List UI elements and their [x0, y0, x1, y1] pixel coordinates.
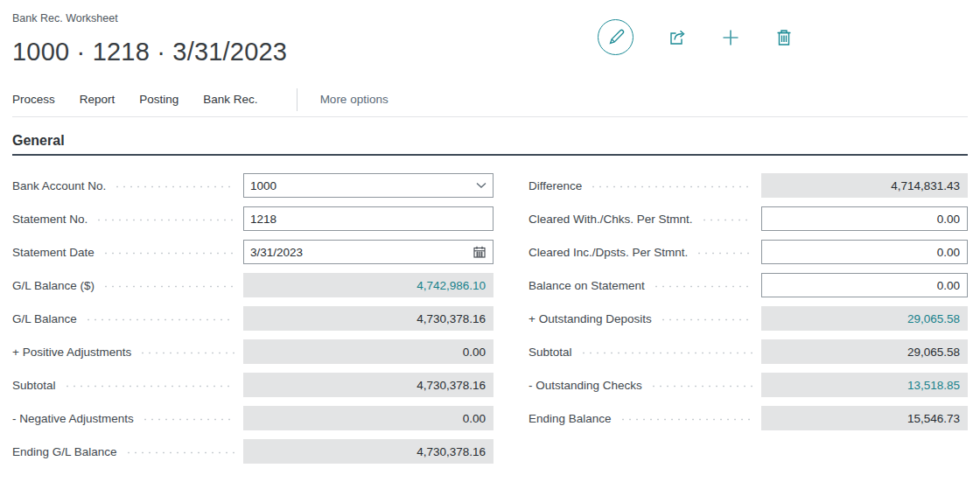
fields-left-column: Bank Account No.Statement No.Statement D…	[12, 173, 494, 472]
field-row-negative-adjustments: - Negative Adjustments0.00	[12, 406, 494, 430]
field-row-g-l-balance: G/L Balance4,730,378.16	[12, 306, 494, 331]
value-text: 4,730,378.16	[416, 379, 486, 392]
field-row-subtotal: Subtotal29,065.58	[528, 339, 968, 364]
dotted-leader	[102, 252, 234, 255]
menu-bar: Process Report Posting Bank Rec. More op…	[12, 91, 968, 117]
field-label: - Negative Adjustments	[12, 412, 134, 425]
chevron-down-icon[interactable]	[476, 182, 486, 189]
field-row-cleared-with-chks-per-stmnt: Cleared With./Chks. Per Stmnt.	[528, 206, 968, 231]
value-text: 0.00	[463, 412, 486, 425]
readonly-field: 4,714,831.43	[761, 173, 968, 198]
field-row-ending-balance: Ending Balance15,546.73	[528, 406, 968, 430]
fields-right-column: Difference4,714,831.43Cleared With./Chks…	[528, 173, 968, 472]
value-link-text[interactable]: 29,065.58	[907, 312, 960, 325]
field-label: + Positive Adjustments	[12, 346, 131, 359]
readonly-field: 15,546.73	[761, 406, 968, 430]
bank-rec-worksheet-page: Bank Rec. Worksheet 1000 · 1218 · 3/31/2…	[0, 12, 980, 496]
value-text: 4,730,378.16	[416, 312, 486, 325]
plus-icon	[721, 28, 740, 47]
dotted-leader	[102, 285, 234, 288]
input-bank-account-no[interactable]	[250, 179, 471, 192]
readonly-field: 0.00	[243, 406, 494, 430]
field-row-statement-no: Statement No.	[12, 206, 494, 231]
editable-field	[761, 206, 968, 231]
readonly-field: 4,730,378.16	[243, 439, 494, 464]
dotted-leader	[85, 318, 234, 321]
field-label: Cleared With./Chks. Per Stmnt.	[528, 213, 693, 226]
field-label: Subtotal	[12, 379, 56, 392]
field-row-bank-account-no: Bank Account No.	[12, 173, 494, 198]
field-label: Statement No.	[12, 213, 88, 226]
value-text: 15,546.73	[907, 412, 960, 425]
value-text: 0.00	[463, 346, 486, 359]
section-title-general[interactable]: General	[12, 133, 65, 149]
dotted-leader	[650, 385, 752, 388]
dotted-leader	[125, 451, 234, 454]
field-label: Ending Balance	[528, 412, 612, 425]
dotted-leader	[139, 352, 234, 354]
delete-button[interactable]	[774, 28, 794, 47]
edit-button[interactable]	[598, 19, 634, 55]
page-title: 1000 · 1218 · 3/31/2023	[12, 35, 980, 68]
value-text: 4,714,831.43	[891, 179, 960, 192]
readonly-field: 0.00	[243, 339, 494, 364]
field-label: + Outstanding Deposits	[528, 312, 652, 325]
field-row-outstanding-deposits: + Outstanding Deposits29,065.58	[528, 306, 968, 331]
editable-field	[761, 240, 968, 264]
share-button[interactable]	[668, 28, 687, 47]
readonly-field-link[interactable]: 29,065.58	[761, 306, 968, 331]
field-label: Balance on Statement	[528, 279, 645, 292]
field-label: - Outstanding Checks	[528, 379, 642, 392]
field-label: Subtotal	[528, 346, 572, 359]
readonly-field: 4,730,378.16	[243, 306, 494, 331]
readonly-field-link[interactable]: 4,742,986.10	[243, 273, 494, 297]
field-row-ending-g-l-balance: Ending G/L Balance4,730,378.16	[12, 439, 494, 464]
input-balance-on-statement[interactable]	[768, 279, 961, 292]
dotted-leader	[580, 352, 752, 354]
field-label: Cleared Inc./Dpsts. Per Stmnt.	[528, 246, 688, 259]
readonly-field: 29,065.58	[761, 339, 968, 364]
add-button[interactable]	[721, 28, 740, 47]
menu-item-process[interactable]: Process	[12, 93, 55, 106]
menu-divider	[297, 88, 298, 111]
general-fields: Bank Account No.Statement No.Statement D…	[0, 173, 980, 472]
field-row-positive-adjustments: + Positive Adjustments0.00	[12, 339, 494, 364]
readonly-field-link[interactable]: 13,518.85	[761, 373, 968, 397]
dotted-leader	[696, 252, 752, 255]
input-cleared-with-chks-per-stmnt[interactable]	[768, 213, 961, 226]
share-icon	[668, 28, 687, 47]
menu-more-options[interactable]: More options	[320, 93, 388, 106]
value-link-text[interactable]: 4,742,986.10	[416, 279, 486, 292]
general-section-header: General	[12, 133, 968, 156]
dotted-leader	[590, 185, 752, 188]
field-row-balance-on-statement: Balance on Statement	[528, 273, 968, 297]
trash-icon	[774, 28, 794, 47]
input-cleared-inc-dpsts-per-stmnt[interactable]	[768, 246, 961, 259]
editable-field	[243, 206, 494, 231]
field-label: G/L Balance	[12, 312, 77, 325]
menu-item-posting[interactable]: Posting	[139, 93, 178, 106]
editable-field	[243, 240, 494, 264]
field-label: Statement Date	[12, 246, 94, 259]
menu-item-report[interactable]: Report	[80, 93, 116, 106]
pencil-icon	[606, 28, 626, 47]
calendar-icon[interactable]	[472, 245, 486, 259]
dotted-leader	[114, 185, 234, 188]
dotted-leader	[95, 219, 234, 221]
input-statement-date[interactable]	[250, 246, 467, 259]
field-label: Difference	[528, 179, 582, 192]
value-text: 4,730,378.16	[416, 445, 486, 458]
value-text: 29,065.58	[907, 346, 960, 359]
field-label: G/L Balance ($)	[12, 279, 94, 292]
value-link-text[interactable]: 13,518.85	[907, 379, 960, 392]
dotted-leader	[142, 418, 234, 421]
field-row-cleared-inc-dpsts-per-stmnt: Cleared Inc./Dpsts. Per Stmnt.	[528, 240, 968, 264]
menu-item-bank-rec[interactable]: Bank Rec.	[203, 93, 257, 106]
dotted-leader	[701, 219, 752, 221]
page-caption: Bank Rec. Worksheet	[12, 12, 980, 27]
dotted-leader	[653, 285, 752, 288]
readonly-field: 4,730,378.16	[243, 373, 494, 397]
input-statement-no[interactable]	[250, 213, 486, 226]
dotted-leader	[64, 385, 234, 388]
dotted-leader	[620, 418, 752, 421]
